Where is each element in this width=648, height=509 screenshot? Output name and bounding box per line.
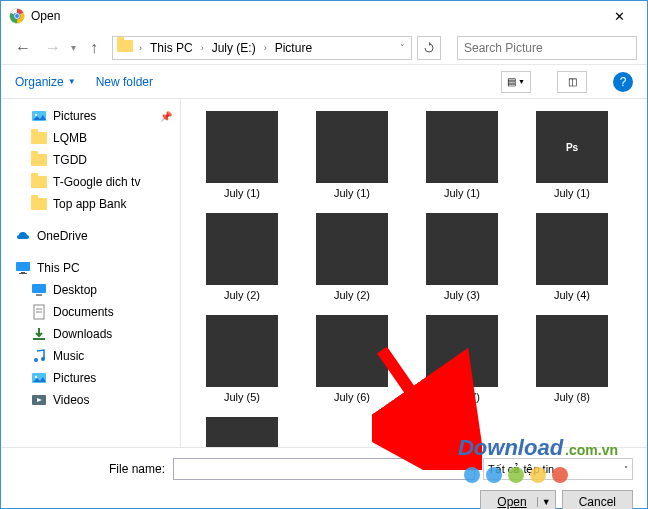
preview-pane-button[interactable]: ◫ xyxy=(557,71,587,93)
thumbnail xyxy=(206,417,278,447)
folder-icon xyxy=(31,130,47,146)
filename-input[interactable] xyxy=(173,458,475,480)
open-dropdown[interactable]: ▼ xyxy=(537,497,551,507)
dialog-title: Open xyxy=(31,9,599,23)
file-item[interactable]: July (1) xyxy=(189,107,295,203)
sidebar-label: This PC xyxy=(37,261,80,275)
desktop-icon xyxy=(31,282,47,298)
file-item[interactable]: July (4) xyxy=(519,209,625,305)
chevron-down-icon: ˅ xyxy=(624,465,628,474)
file-label: July (3) xyxy=(444,289,480,301)
file-item[interactable]: July (6) xyxy=(299,311,405,407)
downloads-icon xyxy=(31,326,47,342)
sidebar-item[interactable]: LQMB xyxy=(1,127,180,149)
sidebar-item[interactable]: Pictures📌 xyxy=(1,105,180,127)
chevron-right-icon[interactable]: › xyxy=(262,43,269,53)
file-label: July (5) xyxy=(224,391,260,403)
sidebar-onedrive[interactable]: OneDrive xyxy=(1,225,180,247)
organize-button[interactable]: Organize ▼ xyxy=(15,75,76,89)
new-folder-button[interactable]: New folder xyxy=(96,75,153,89)
file-type-filter[interactable]: Tất cả tệp tin ˅ xyxy=(483,458,633,480)
dialog-body: Pictures📌LQMBTGDDT-Google dich tvTop app… xyxy=(1,99,647,447)
sidebar-thispc[interactable]: This PC xyxy=(1,257,180,279)
sidebar-item[interactable]: T-Google dich tv xyxy=(1,171,180,193)
refresh-icon xyxy=(423,42,435,54)
sidebar-label: TGDD xyxy=(53,153,87,167)
file-item[interactable]: July (1) xyxy=(409,107,515,203)
sidebar-item[interactable]: Music xyxy=(1,345,180,367)
thumbnail xyxy=(426,213,498,285)
svg-rect-7 xyxy=(16,262,30,271)
pictures-icon xyxy=(31,370,47,386)
sidebar-label: Top app Bank xyxy=(53,197,126,211)
sidebar-item[interactable]: Documents xyxy=(1,301,180,323)
svg-rect-10 xyxy=(32,284,46,293)
videos-icon xyxy=(31,392,47,408)
breadcrumb-drive[interactable]: July (E:) xyxy=(210,41,258,55)
file-item[interactable]: July (2) xyxy=(299,209,405,305)
thumbnail xyxy=(426,315,498,387)
filter-label: Tất cả tệp tin xyxy=(488,463,554,476)
filename-label: File name: xyxy=(15,462,165,476)
thumbnail xyxy=(206,111,278,183)
chrome-icon xyxy=(9,8,25,24)
sidebar-item[interactable]: TGDD xyxy=(1,149,180,171)
music-icon xyxy=(31,348,47,364)
breadcrumb-folder[interactable]: Picture xyxy=(273,41,314,55)
refresh-button[interactable] xyxy=(417,36,441,60)
folder-icon xyxy=(117,40,133,56)
sidebar-item[interactable]: Videos xyxy=(1,389,180,411)
toolbar: Organize ▼ New folder ▤ ▼ ◫ ? xyxy=(1,65,647,99)
file-item[interactable]: July (1) xyxy=(299,107,405,203)
folder-icon xyxy=(31,152,47,168)
file-item[interactable]: July (9) xyxy=(189,413,295,447)
sidebar-item[interactable]: Top app Bank xyxy=(1,193,180,215)
nav-row: ← → ▾ ↑ › This PC › July (E:) › Picture … xyxy=(1,31,647,65)
cancel-button[interactable]: Cancel xyxy=(562,490,633,509)
chevron-right-icon[interactable]: › xyxy=(199,43,206,53)
sidebar-item[interactable]: Desktop xyxy=(1,279,180,301)
file-item[interactable]: July (7) xyxy=(409,311,515,407)
thumbnail xyxy=(426,111,498,183)
svg-point-6 xyxy=(35,114,37,116)
breadcrumb-thispc[interactable]: This PC xyxy=(148,41,195,55)
search-input[interactable] xyxy=(457,36,637,60)
up-button[interactable]: ↑ xyxy=(82,36,106,60)
pin-icon: 📌 xyxy=(160,111,172,122)
sidebar-label: Videos xyxy=(53,393,89,407)
sidebar-item[interactable]: Downloads xyxy=(1,323,180,345)
sidebar-label: Pictures xyxy=(53,371,96,385)
file-item[interactable]: July (2) xyxy=(189,209,295,305)
close-button[interactable]: ✕ xyxy=(599,2,639,30)
file-item[interactable]: July (5) xyxy=(189,311,295,407)
thumbnail: Ps xyxy=(536,111,608,183)
folder-icon xyxy=(31,196,47,212)
file-item[interactable]: PsJuly (1) xyxy=(519,107,625,203)
file-label: July (4) xyxy=(554,289,590,301)
back-button[interactable]: ← xyxy=(11,36,35,60)
sidebar-item[interactable]: Pictures xyxy=(1,367,180,389)
file-label: July (1) xyxy=(334,187,370,199)
chevron-down-icon: ▼ xyxy=(68,77,76,86)
dropdown-icon[interactable]: ˅ xyxy=(398,43,407,53)
file-label: July (7) xyxy=(444,391,480,403)
address-bar[interactable]: › This PC › July (E:) › Picture ˅ xyxy=(112,36,412,60)
svg-point-19 xyxy=(35,376,37,378)
sidebar-label: LQMB xyxy=(53,131,87,145)
thumbnail xyxy=(206,315,278,387)
forward-button[interactable]: → xyxy=(41,36,65,60)
thumbnail xyxy=(536,315,608,387)
chevron-right-icon[interactable]: › xyxy=(137,43,144,53)
file-item[interactable]: July (3) xyxy=(409,209,515,305)
open-dialog: Open ✕ ← → ▾ ↑ › This PC › July (E:) › P… xyxy=(0,0,648,509)
file-label: July (8) xyxy=(554,391,590,403)
sidebar-label: Documents xyxy=(53,305,114,319)
view-mode-button[interactable]: ▤ ▼ xyxy=(501,71,531,93)
recent-locations[interactable]: ▾ xyxy=(71,42,76,53)
sidebar-label: OneDrive xyxy=(37,229,88,243)
help-button[interactable]: ? xyxy=(613,72,633,92)
sidebar-label: T-Google dich tv xyxy=(53,175,140,189)
sidebar-label: Pictures xyxy=(53,109,96,123)
file-item[interactable]: July (8) xyxy=(519,311,625,407)
open-button[interactable]: Open ▼ xyxy=(480,490,555,509)
